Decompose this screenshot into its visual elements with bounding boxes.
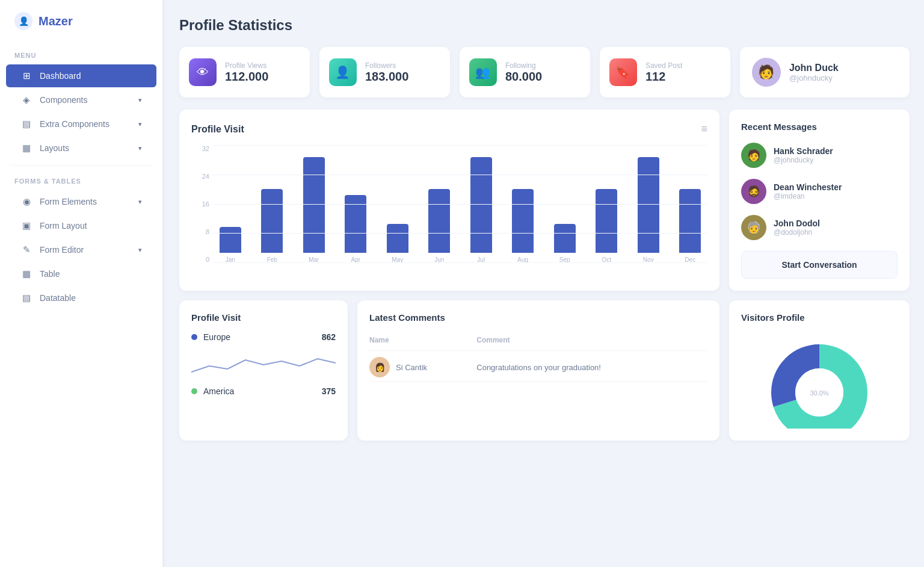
message-handle-2: @dodoljohn bbox=[774, 228, 820, 237]
message-name-0: Hank Schrader bbox=[774, 146, 833, 156]
grid-line bbox=[213, 145, 707, 146]
form-editor-icon: ✎ bbox=[20, 244, 32, 255]
message-avatar-1: 🧔 bbox=[741, 179, 766, 204]
dashboard-icon: ⊞ bbox=[20, 70, 32, 81]
bottom-row: Profile Visit ≡ 08162432 JanFebMarAprMay… bbox=[179, 110, 910, 291]
message-avatar-2: 🧓 bbox=[741, 215, 766, 240]
stat-info: Profile Views 112.000 bbox=[225, 61, 268, 84]
bar-grid-lines bbox=[213, 145, 707, 263]
bar-chart: 08162432 JanFebMarAprMayJunJulAugSepOctN… bbox=[191, 145, 707, 277]
message-item-0: 🧑 Hank Schrader @johnducky bbox=[741, 143, 898, 168]
sidebar-item-datatable[interactable]: ▤ Datatable bbox=[6, 287, 156, 309]
sidebar-item-label: Form Elements bbox=[40, 197, 97, 206]
message-info-1: Dean Winchester @imdean bbox=[774, 182, 842, 200]
table-row: 👩 Si Cantik Congratulations on your grad… bbox=[369, 351, 707, 382]
y-label: 0 bbox=[191, 256, 209, 263]
lower-row: Profile Visit Europe 862 America 375 Lat… bbox=[179, 300, 910, 441]
stat-value: 80.000 bbox=[505, 70, 542, 84]
sidebar-item-label: Form Layout bbox=[40, 221, 87, 231]
pv-value-america: 375 bbox=[322, 386, 336, 396]
y-label: 16 bbox=[191, 200, 209, 208]
grid-line bbox=[213, 233, 707, 234]
message-item-2: 🧓 John Dodol @dodoljohn bbox=[741, 215, 898, 240]
sidebar-item-label: Components bbox=[40, 95, 87, 105]
form-layout-icon: ▣ bbox=[20, 220, 32, 231]
logo-icon: 👤 bbox=[14, 12, 32, 30]
grid-line bbox=[213, 175, 707, 175]
menu-section-label: Menu bbox=[0, 47, 162, 64]
bar-chart-inner: 08162432 JanFebMarAprMayJunJulAugSepOctN… bbox=[191, 145, 707, 277]
app-logo: 👤 Mazer bbox=[0, 12, 162, 45]
vc-title: Visitors Profile bbox=[741, 312, 898, 323]
sidebar-item-label: Layouts bbox=[40, 143, 69, 153]
sidebar-item-dashboard[interactable]: ⊞ Dashboard bbox=[6, 64, 156, 87]
app-name: Mazer bbox=[38, 14, 73, 28]
sidebar-item-layouts[interactable]: ▦ Layouts ▾ bbox=[6, 137, 156, 160]
sidebar-item-form-layout[interactable]: ▣ Form Layout bbox=[6, 214, 156, 237]
stat-value: 112 bbox=[645, 70, 682, 84]
visitors-card: Visitors Profile 30.0% bbox=[729, 300, 910, 441]
sparkline-svg-europe bbox=[191, 348, 336, 378]
sidebar-item-form-editor[interactable]: ✎ Form Editor ▾ bbox=[6, 238, 156, 261]
stat-card-profile-views: 👁 Profile Views 112.000 bbox=[179, 47, 310, 98]
form-elements-icon: ◉ bbox=[20, 196, 32, 207]
chevron-down-icon: ▾ bbox=[138, 246, 142, 254]
profile-mini-handle: @johnducky bbox=[789, 73, 839, 82]
profile-mini-info: John Duck @johnducky bbox=[789, 63, 839, 82]
stat-card-saved-post: 🔖 Saved Post 112 bbox=[600, 47, 730, 98]
grid-line bbox=[213, 262, 707, 263]
components-icon: ◈ bbox=[20, 94, 32, 105]
table-icon: ▦ bbox=[20, 268, 32, 279]
chevron-down-icon: ▾ bbox=[138, 144, 142, 152]
layouts-icon: ▦ bbox=[20, 143, 32, 153]
pv-value-europe: 862 bbox=[322, 332, 336, 342]
grid-line bbox=[213, 204, 707, 205]
main-content: Profile Statistics 👁 Profile Views 112.0… bbox=[162, 0, 924, 567]
messages-title: Recent Messages bbox=[741, 122, 898, 132]
pv-region-europe: Europe 862 bbox=[191, 332, 336, 342]
profile-mini-card: 🧑 John Duck @johnducky bbox=[740, 47, 910, 98]
pv-title: Profile Visit bbox=[191, 312, 336, 323]
saved-post-icon: 🔖 bbox=[609, 58, 637, 86]
y-label: 24 bbox=[191, 173, 209, 180]
pv-region-name-america: America bbox=[203, 386, 234, 396]
sidebar: 👤 Mazer Menu ⊞ Dashboard ◈ Components ▾ … bbox=[0, 0, 162, 567]
sidebar-item-extra-components[interactable]: ▤ Extra Components ▾ bbox=[6, 113, 156, 135]
profile-mini-avatar: 🧑 bbox=[752, 58, 781, 87]
svg-text:30.0%: 30.0% bbox=[810, 389, 828, 397]
comment-user-cell: 👩 Si Cantik bbox=[369, 351, 476, 382]
sidebar-divider bbox=[10, 165, 153, 166]
message-avatar-0: 🧑 bbox=[741, 143, 766, 168]
message-handle-1: @imdean bbox=[774, 192, 842, 200]
sidebar-item-form-elements[interactable]: ◉ Form Elements ▾ bbox=[6, 190, 156, 213]
pv-dot-america bbox=[191, 388, 197, 394]
sidebar-item-components[interactable]: ◈ Components ▾ bbox=[6, 88, 156, 111]
pv-region-name-europe: Europe bbox=[203, 332, 230, 342]
following-icon: 👥 bbox=[469, 58, 497, 86]
stat-info: Followers 183.000 bbox=[365, 61, 408, 84]
chart-menu-icon[interactable]: ≡ bbox=[701, 123, 707, 135]
page-title: Profile Statistics bbox=[179, 17, 910, 34]
stat-label: Saved Post bbox=[645, 61, 682, 70]
extra-components-icon: ▤ bbox=[20, 119, 32, 129]
message-handle-0: @johnducky bbox=[774, 156, 833, 164]
comment-avatar: 👩 bbox=[369, 357, 390, 377]
stat-label: Following bbox=[505, 61, 542, 70]
comments-card: Latest Comments Name Comment 👩 Si Cantik bbox=[357, 300, 719, 441]
message-info-0: Hank Schrader @johnducky bbox=[774, 146, 833, 164]
comment-text: Congratulations on your graduation! bbox=[476, 351, 707, 382]
sidebar-item-table[interactable]: ▦ Table bbox=[6, 262, 156, 285]
message-name-1: Dean Winchester bbox=[774, 182, 842, 192]
forms-tables-label: Forms & Tables bbox=[0, 173, 162, 190]
message-item-1: 🧔 Dean Winchester @imdean bbox=[741, 179, 898, 204]
donut-chart: 30.0% bbox=[741, 332, 898, 429]
col-comment: Comment bbox=[476, 332, 707, 351]
sparkline-europe bbox=[191, 348, 336, 380]
start-conversation-button[interactable]: Start Conversation bbox=[741, 251, 898, 279]
sidebar-item-label: Dashboard bbox=[40, 71, 81, 81]
sidebar-item-label: Table bbox=[40, 269, 60, 279]
stat-card-followers: 👤 Followers 183.000 bbox=[319, 47, 450, 98]
messages-card: Recent Messages 🧑 Hank Schrader @johnduc… bbox=[729, 110, 910, 291]
pv-dot-europe bbox=[191, 334, 197, 340]
stat-value: 183.000 bbox=[365, 70, 408, 84]
